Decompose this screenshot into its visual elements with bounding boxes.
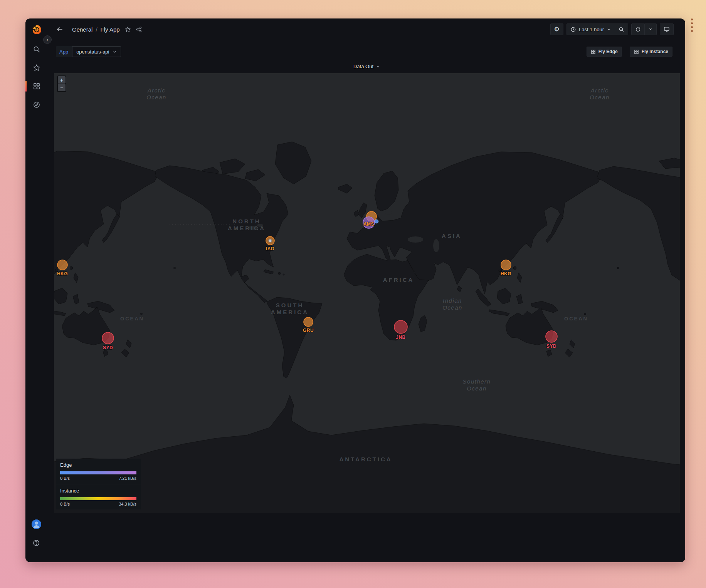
link-fly-instance[interactable]: Fly Instance <box>630 47 672 57</box>
map-marker-hkg <box>501 260 511 270</box>
map-marker-label: HKG <box>57 271 68 276</box>
favorite-star-icon[interactable] <box>124 26 131 33</box>
legend-gradient-bar <box>60 497 136 500</box>
template-variable-app: App openstatus-api <box>56 46 121 57</box>
back-arrow-icon[interactable] <box>56 25 64 33</box>
panel-header[interactable]: Data Out <box>54 60 680 73</box>
legend-section-instance: Instance0 B/s34.3 kB/s <box>56 484 141 509</box>
frame-dot <box>691 30 693 32</box>
geo-label: SOUTH <box>276 302 304 308</box>
grid-icon <box>591 49 596 54</box>
sidebar: › <box>25 18 47 562</box>
map-marker-label: IAD <box>266 246 274 251</box>
map-marker-inner-dot <box>269 239 272 242</box>
map-marker-label: GRU <box>303 328 314 333</box>
sidebar-active-indicator <box>25 81 27 92</box>
help-icon[interactable] <box>32 538 41 548</box>
map-marker-label: JNB <box>396 335 406 340</box>
chevron-down-icon <box>648 27 653 32</box>
clock-icon <box>570 27 576 32</box>
map-legend: Edge0 B/s7.21 kB/sInstance0 B/s34.3 kB/s <box>56 459 141 509</box>
geo-label: OCEAN <box>120 316 144 322</box>
legend-title: Edge <box>60 462 136 468</box>
legend-max: 7.21 kB/s <box>119 476 136 481</box>
map-zoom-control: + − <box>57 75 66 92</box>
zoom-out-icon <box>619 27 624 32</box>
variable-value: openstatus-api <box>76 49 109 55</box>
legend-max: 34.3 kB/s <box>119 502 136 506</box>
grafana-logo-icon[interactable] <box>31 24 42 35</box>
map-marker-hkg <box>57 260 67 270</box>
time-range-picker[interactable]: Last 1 hour <box>566 23 615 35</box>
refresh-interval-dropdown[interactable] <box>645 23 657 35</box>
map-canvas[interactable]: ArcticOceanArcticOceanNORTHAMERICAASIAAF… <box>54 73 680 513</box>
refresh-button[interactable] <box>631 23 645 35</box>
chevron-down-icon <box>113 50 117 54</box>
map-marker-label: AMS <box>363 221 374 227</box>
map-marker-jnb <box>394 320 407 333</box>
frame-dot <box>691 18 693 20</box>
geo-label: Ocean <box>146 94 166 101</box>
geo-label: Arctic <box>147 87 166 94</box>
map-marker-syd <box>102 332 114 344</box>
legend-range: 0 B/s7.21 kB/s <box>60 476 136 481</box>
geo-label: NORTH <box>232 218 261 224</box>
map-marker <box>375 220 378 223</box>
geo-label: Ocean <box>590 94 610 101</box>
dashboard-header: General / Fly App ⚙ Last 1 hour <box>47 18 685 40</box>
breadcrumb-folder[interactable]: General <box>72 26 92 33</box>
geo-label: OCEAN <box>564 316 588 322</box>
time-range-label: Last 1 hour <box>579 27 604 32</box>
link-fly-edge[interactable]: Fly Edge <box>587 47 622 57</box>
map-zoom-out-button[interactable]: − <box>58 84 66 91</box>
legend-title: Instance <box>60 488 136 494</box>
geomap-panel: Data Out + − <box>54 60 680 513</box>
grafana-window: › General / Fly App <box>25 18 685 562</box>
zoom-out-time-button[interactable] <box>615 23 628 35</box>
legend-range: 0 B/s34.3 kB/s <box>60 502 136 506</box>
gear-icon: ⚙ <box>554 26 560 32</box>
variable-value-dropdown[interactable]: openstatus-api <box>72 46 121 57</box>
sidebar-expand-button[interactable]: › <box>43 35 52 44</box>
user-avatar[interactable] <box>32 519 41 529</box>
fly-edge-label: Fly Edge <box>598 49 618 54</box>
geo-label: Ocean <box>442 304 462 311</box>
frame-dots <box>691 18 693 32</box>
map-marker-label: HKG <box>501 271 511 276</box>
monitor-icon <box>664 26 670 32</box>
share-icon[interactable] <box>136 26 142 33</box>
grid-icon <box>634 49 639 54</box>
chevron-down-icon <box>607 27 611 32</box>
map-marker-label: SYD <box>546 343 556 349</box>
map-marker-syd <box>546 331 557 342</box>
legend-gradient-bar <box>60 471 136 474</box>
fly-instance-label: Fly Instance <box>642 49 668 54</box>
legend-section-edge: Edge0 B/s7.21 kB/s <box>56 459 141 484</box>
tv-mode-button[interactable] <box>660 23 674 35</box>
frame-dot <box>691 26 693 28</box>
geo-label: Indian <box>443 297 462 304</box>
map-marker-gru <box>304 317 313 327</box>
geo-label: Arctic <box>590 87 609 94</box>
screenshot-frame: { "frame": { "dot_count": 4, "dot_color"… <box>0 0 706 588</box>
geo-label: AMERICA <box>271 309 309 315</box>
map-zoom-in-button[interactable]: + <box>58 76 66 84</box>
breadcrumb-dashboard[interactable]: Fly App <box>101 26 120 33</box>
dashboard-controls: App openstatus-api Fly Edge Fly Instance <box>47 45 685 58</box>
dashboard-settings-button[interactable]: ⚙ <box>550 23 563 35</box>
variable-label: App <box>56 46 72 57</box>
legend-min: 0 B/s <box>60 502 70 506</box>
world-map: + − <box>54 73 680 513</box>
search-icon[interactable] <box>32 45 41 54</box>
explore-compass-icon[interactable] <box>32 100 41 109</box>
geo-label: Southern <box>463 378 491 385</box>
starred-icon[interactable] <box>32 63 41 72</box>
geo-label: ASIA <box>442 233 462 239</box>
geo-label: Ocean <box>467 385 487 392</box>
dashboards-icon[interactable] <box>32 82 41 91</box>
geo-label: ANTARCTICA <box>339 456 392 462</box>
geo-label: AFRICA <box>383 276 414 283</box>
geo-label: AMERICA <box>228 225 266 231</box>
refresh-icon <box>635 27 641 32</box>
frame-dot <box>691 22 693 24</box>
